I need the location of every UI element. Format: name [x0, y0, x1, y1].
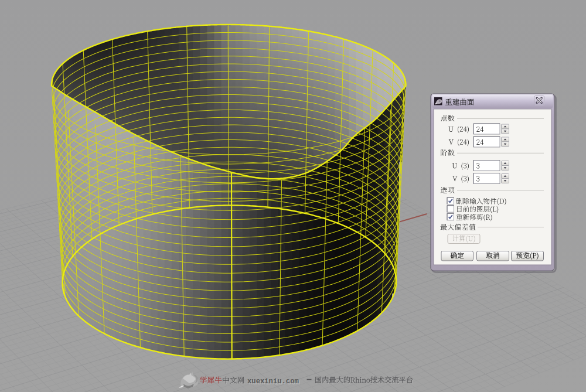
- svg-text:xuexiniu.com: xuexiniu.com: [247, 377, 299, 386]
